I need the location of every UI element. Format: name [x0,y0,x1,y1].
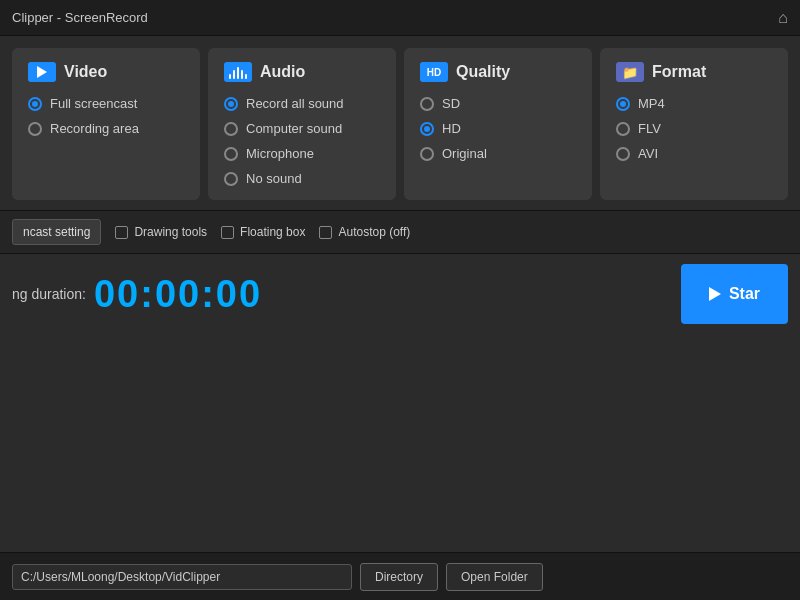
duration-area: ng duration: 00:00:00 Star [0,254,800,334]
format-card-header: 📁 Format [616,62,772,82]
quality-option-sd[interactable]: SD [420,96,576,111]
format-radio-mp4[interactable] [616,97,630,111]
cards-row: Video Full screencast Recording area [12,48,788,200]
quality-radio-sd[interactable] [420,97,434,111]
audio-option-mic[interactable]: Microphone [224,146,380,161]
start-play-icon [709,287,721,301]
floating-box-checkbox[interactable] [221,226,234,239]
format-option-mp4[interactable]: MP4 [616,96,772,111]
quality-option-original[interactable]: Original [420,146,576,161]
video-option-full[interactable]: Full screencast [28,96,184,111]
video-options: Full screencast Recording area [28,96,184,136]
open-folder-button[interactable]: Open Folder [446,563,543,591]
format-option-flv[interactable]: FLV [616,121,772,136]
start-button-label: Star [729,285,760,303]
video-radio-area[interactable] [28,122,42,136]
play-triangle-icon [37,66,47,78]
autostop-label: Autostop (off) [338,225,410,239]
duration-label: ng duration: [12,286,86,302]
quality-card: HD Quality SD HD Original [404,48,592,200]
audio-option-all[interactable]: Record all sound [224,96,380,111]
toolbar: ncast setting Drawing tools Floating box… [0,210,800,254]
titlebar: Clipper - ScreenRecord ⌂ [0,0,800,36]
audio-option-computer[interactable]: Computer sound [224,121,380,136]
autostop-checkbox[interactable] [319,226,332,239]
app-title: Clipper - ScreenRecord [12,10,148,25]
screencast-setting-button[interactable]: ncast setting [12,219,101,245]
audio-radio-mic[interactable] [224,147,238,161]
drawing-tools-checkbox-item[interactable]: Drawing tools [115,225,207,239]
quality-card-title: Quality [456,63,510,81]
video-radio-full[interactable] [28,97,42,111]
quality-radio-original[interactable] [420,147,434,161]
path-input[interactable] [12,564,352,590]
format-option-avi[interactable]: AVI [616,146,772,161]
audio-icon [224,62,252,82]
hd-icon: HD [420,62,448,82]
format-card-title: Format [652,63,706,81]
format-options: MP4 FLV AVI [616,96,772,161]
floating-box-label: Floating box [240,225,305,239]
main-content: Video Full screencast Recording area [0,36,800,200]
home-icon[interactable]: ⌂ [778,9,788,27]
quality-radio-hd[interactable] [420,122,434,136]
video-card: Video Full screencast Recording area [12,48,200,200]
audio-card-title: Audio [260,63,305,81]
start-button[interactable]: Star [681,264,788,324]
footer-bar: Directory Open Folder [0,552,800,600]
audio-radio-all[interactable] [224,97,238,111]
audio-options: Record all sound Computer sound Micropho… [224,96,380,186]
format-radio-avi[interactable] [616,147,630,161]
audio-card-header: Audio [224,62,380,82]
floating-box-checkbox-item[interactable]: Floating box [221,225,305,239]
drawing-tools-label: Drawing tools [134,225,207,239]
audio-card: Audio Record all sound Computer sound Mi… [208,48,396,200]
bars-icon [229,65,248,79]
video-icon [28,62,56,82]
directory-button[interactable]: Directory [360,563,438,591]
format-card: 📁 Format MP4 FLV AVI [600,48,788,200]
folder-icon: 📁 [616,62,644,82]
format-radio-flv[interactable] [616,122,630,136]
duration-time: 00:00:00 [94,273,262,316]
audio-option-none[interactable]: No sound [224,171,380,186]
duration-display: ng duration: 00:00:00 [12,273,262,316]
autostop-checkbox-item[interactable]: Autostop (off) [319,225,410,239]
quality-option-hd[interactable]: HD [420,121,576,136]
audio-radio-computer[interactable] [224,122,238,136]
audio-radio-none[interactable] [224,172,238,186]
video-card-title: Video [64,63,107,81]
quality-options: SD HD Original [420,96,576,161]
video-card-header: Video [28,62,184,82]
quality-card-header: HD Quality [420,62,576,82]
drawing-tools-checkbox[interactable] [115,226,128,239]
video-option-area[interactable]: Recording area [28,121,184,136]
